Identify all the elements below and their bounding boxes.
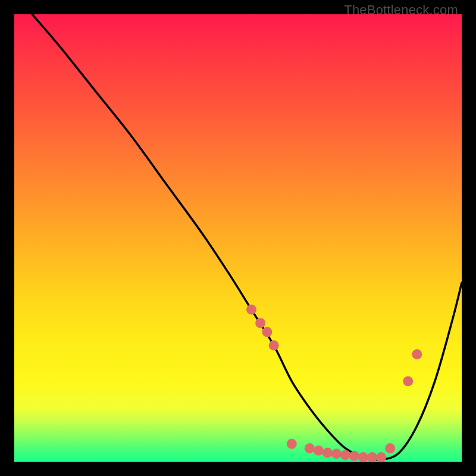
marker-dot: [403, 376, 413, 386]
marker-dot: [385, 443, 395, 453]
marker-dot: [287, 439, 297, 449]
marker-dot: [246, 305, 256, 315]
marker-dot: [269, 340, 279, 350]
marker-dot: [305, 443, 315, 453]
marker-dot: [358, 452, 368, 462]
marker-dot: [322, 447, 333, 458]
marker-dot: [262, 327, 272, 337]
marker-dot: [255, 318, 265, 328]
marker-dot: [314, 446, 324, 456]
marker-dot: [367, 452, 377, 462]
chart-canvas: [14, 14, 462, 462]
bottleneck-curve-path: [32, 14, 462, 460]
watermark-text: TheBottleneck.com: [344, 2, 458, 18]
marker-dot: [331, 449, 342, 459]
marker-dot: [376, 452, 386, 462]
chart-frame: [14, 14, 462, 462]
marker-dot: [340, 450, 350, 460]
marker-dot: [412, 349, 422, 359]
marker-dot: [349, 451, 359, 461]
